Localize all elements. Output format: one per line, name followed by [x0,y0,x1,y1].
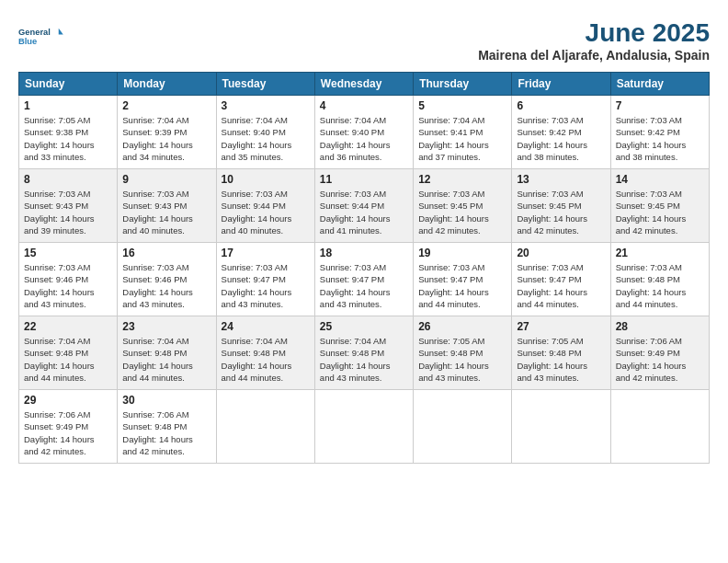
header-wednesday: Wednesday [314,73,413,96]
day-info: Sunrise: 7:03 AM Sunset: 9:45 PM Dayligh… [418,188,506,236]
day-number: 29 [24,394,112,407]
day-info: Sunrise: 7:03 AM Sunset: 9:44 PM Dayligh… [222,188,310,236]
day-cell-30: 30 Sunrise: 7:06 AM Sunset: 9:48 PM Dayl… [118,390,216,464]
day-info: Sunrise: 7:03 AM Sunset: 9:46 PM Dayligh… [24,261,112,310]
day-info: Sunrise: 7:04 AM Sunset: 9:41 PM Dayligh… [418,114,506,163]
day-cell-5: 5 Sunrise: 7:04 AM Sunset: 9:41 PM Dayli… [414,96,512,169]
day-cell-12: 12 Sunrise: 7:03 AM Sunset: 9:45 PM Dayl… [414,169,512,243]
day-number: 27 [517,320,605,333]
logo: General Blue [18,18,64,55]
day-number: 13 [517,173,605,186]
day-info: Sunrise: 7:05 AM Sunset: 9:38 PM Dayligh… [24,114,112,163]
day-info: Sunrise: 7:04 AM Sunset: 9:48 PM Dayligh… [122,335,210,384]
day-number: 17 [222,247,310,259]
day-number: 22 [24,320,112,333]
empty-cell [216,390,314,464]
day-info: Sunrise: 7:03 AM Sunset: 9:47 PM Dayligh… [517,261,605,310]
header-monday: Monday [118,73,216,96]
day-cell-25: 25 Sunrise: 7:04 AM Sunset: 9:48 PM Dayl… [314,316,413,390]
day-cell-16: 16 Sunrise: 7:03 AM Sunset: 9:46 PM Dayl… [118,243,216,316]
day-info: Sunrise: 7:04 AM Sunset: 9:40 PM Dayligh… [222,114,310,163]
main-title: June 2025 [478,18,710,48]
day-number: 1 [24,99,112,112]
subtitle: Mairena del Aljarafe, Andalusia, Spain [478,48,710,63]
day-number: 3 [222,99,310,112]
day-cell-26: 26 Sunrise: 7:05 AM Sunset: 9:48 PM Dayl… [414,316,512,390]
empty-cell [314,390,413,464]
day-number: 7 [616,99,704,112]
day-number: 4 [320,99,408,112]
header-sunday: Sunday [19,73,118,96]
day-number: 2 [122,99,210,112]
header-friday: Friday [512,73,610,96]
day-info: Sunrise: 7:03 AM Sunset: 9:44 PM Dayligh… [320,188,408,236]
calendar-header-row: Sunday Monday Tuesday Wednesday Thursday… [19,73,710,96]
day-number: 9 [122,173,210,186]
day-number: 30 [122,394,210,407]
header-tuesday: Tuesday [216,73,314,96]
day-number: 6 [517,99,605,112]
day-info: Sunrise: 7:03 AM Sunset: 9:42 PM Dayligh… [616,114,704,163]
day-number: 16 [122,247,210,259]
day-cell-27: 27 Sunrise: 7:05 AM Sunset: 9:48 PM Dayl… [512,316,610,390]
day-cell-29: 29 Sunrise: 7:06 AM Sunset: 9:49 PM Dayl… [19,390,118,464]
day-info: Sunrise: 7:04 AM Sunset: 9:40 PM Dayligh… [320,114,408,163]
day-info: Sunrise: 7:04 AM Sunset: 9:48 PM Dayligh… [24,335,112,384]
day-info: Sunrise: 7:06 AM Sunset: 9:48 PM Dayligh… [122,408,210,457]
day-number: 23 [122,320,210,333]
day-info: Sunrise: 7:05 AM Sunset: 9:48 PM Dayligh… [418,335,506,384]
day-cell-2: 2 Sunrise: 7:04 AM Sunset: 9:39 PM Dayli… [118,96,216,169]
empty-cell [512,390,610,464]
week-row-5: 29 Sunrise: 7:06 AM Sunset: 9:49 PM Dayl… [19,390,710,464]
day-number: 26 [418,320,506,333]
svg-text:General: General [18,28,51,37]
day-info: Sunrise: 7:03 AM Sunset: 9:48 PM Dayligh… [616,261,704,310]
day-info: Sunrise: 7:03 AM Sunset: 9:43 PM Dayligh… [122,188,210,236]
day-number: 8 [24,173,112,186]
day-cell-28: 28 Sunrise: 7:06 AM Sunset: 9:49 PM Dayl… [610,316,709,390]
day-number: 25 [320,320,408,333]
day-cell-21: 21 Sunrise: 7:03 AM Sunset: 9:48 PM Dayl… [610,243,709,316]
day-cell-9: 9 Sunrise: 7:03 AM Sunset: 9:43 PM Dayli… [118,169,216,243]
header-thursday: Thursday [414,73,512,96]
day-info: Sunrise: 7:04 AM Sunset: 9:48 PM Dayligh… [222,335,310,384]
day-number: 24 [222,320,310,333]
header-saturday: Saturday [610,73,709,96]
day-cell-20: 20 Sunrise: 7:03 AM Sunset: 9:47 PM Dayl… [512,243,610,316]
day-info: Sunrise: 7:03 AM Sunset: 9:45 PM Dayligh… [616,188,704,236]
day-cell-15: 15 Sunrise: 7:03 AM Sunset: 9:46 PM Dayl… [19,243,118,316]
day-cell-4: 4 Sunrise: 7:04 AM Sunset: 9:40 PM Dayli… [314,96,413,169]
day-info: Sunrise: 7:03 AM Sunset: 9:43 PM Dayligh… [24,188,112,236]
week-row-2: 8 Sunrise: 7:03 AM Sunset: 9:43 PM Dayli… [19,169,710,243]
day-cell-22: 22 Sunrise: 7:04 AM Sunset: 9:48 PM Dayl… [19,316,118,390]
logo-svg: General Blue [18,18,64,55]
day-info: Sunrise: 7:06 AM Sunset: 9:49 PM Dayligh… [616,335,704,384]
day-info: Sunrise: 7:03 AM Sunset: 9:47 PM Dayligh… [222,261,310,310]
empty-cell [610,390,709,464]
day-number: 21 [616,247,704,259]
day-info: Sunrise: 7:03 AM Sunset: 9:47 PM Dayligh… [418,261,506,310]
week-row-3: 15 Sunrise: 7:03 AM Sunset: 9:46 PM Dayl… [19,243,710,316]
day-number: 14 [616,173,704,186]
empty-cell [414,390,512,464]
day-cell-19: 19 Sunrise: 7:03 AM Sunset: 9:47 PM Dayl… [414,243,512,316]
day-number: 20 [517,247,605,259]
day-cell-17: 17 Sunrise: 7:03 AM Sunset: 9:47 PM Dayl… [216,243,314,316]
day-cell-3: 3 Sunrise: 7:04 AM Sunset: 9:40 PM Dayli… [216,96,314,169]
title-area: June 2025 Mairena del Aljarafe, Andalusi… [478,18,710,63]
day-number: 28 [616,320,704,333]
day-number: 12 [418,173,506,186]
day-info: Sunrise: 7:04 AM Sunset: 9:48 PM Dayligh… [320,335,408,384]
day-info: Sunrise: 7:03 AM Sunset: 9:46 PM Dayligh… [122,261,210,310]
day-cell-24: 24 Sunrise: 7:04 AM Sunset: 9:48 PM Dayl… [216,316,314,390]
day-cell-10: 10 Sunrise: 7:03 AM Sunset: 9:44 PM Dayl… [216,169,314,243]
svg-text:Blue: Blue [18,37,37,46]
calendar-table: Sunday Monday Tuesday Wednesday Thursday… [18,72,710,464]
day-info: Sunrise: 7:03 AM Sunset: 9:47 PM Dayligh… [320,261,408,310]
header: General Blue June 2025 Mairena del Aljar… [18,18,710,63]
day-number: 5 [418,99,506,112]
day-number: 18 [320,247,408,259]
day-cell-23: 23 Sunrise: 7:04 AM Sunset: 9:48 PM Dayl… [118,316,216,390]
day-cell-6: 6 Sunrise: 7:03 AM Sunset: 9:42 PM Dayli… [512,96,610,169]
day-cell-13: 13 Sunrise: 7:03 AM Sunset: 9:45 PM Dayl… [512,169,610,243]
